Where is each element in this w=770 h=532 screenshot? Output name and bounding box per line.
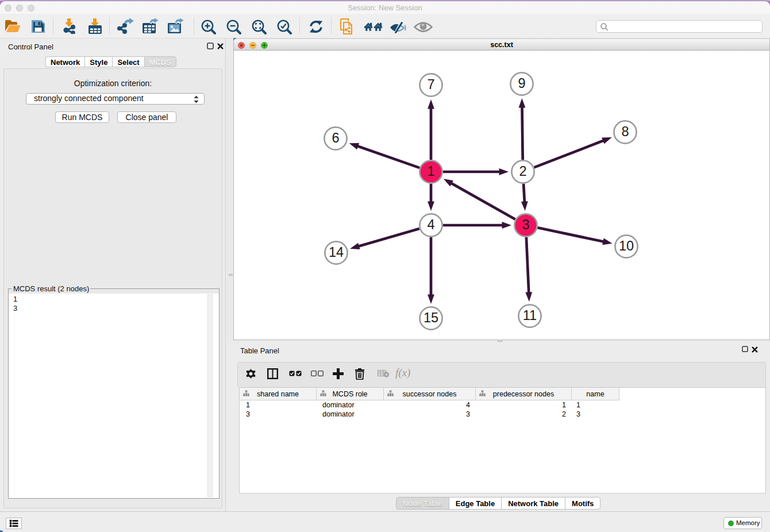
svg-text:15: 15: [424, 310, 438, 325]
svg-text:8: 8: [621, 124, 629, 139]
svg-text:11: 11: [523, 308, 537, 323]
svg-text:4: 4: [427, 217, 434, 232]
svg-text:1: 1: [427, 164, 434, 179]
svg-text:10: 10: [619, 238, 634, 253]
svg-text:9: 9: [518, 76, 525, 91]
svg-text:6: 6: [332, 130, 339, 145]
svg-text:7: 7: [427, 77, 434, 92]
svg-text:14: 14: [329, 245, 344, 260]
svg-text:3: 3: [522, 217, 529, 232]
svg-text:2: 2: [519, 164, 526, 179]
